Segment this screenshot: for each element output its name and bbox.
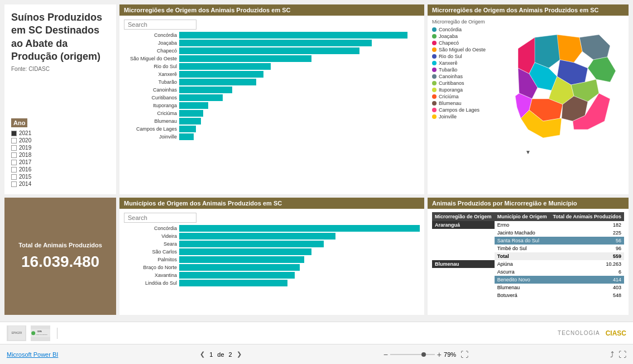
legend-item[interactable]: Rio do Sul	[432, 53, 505, 60]
table-row[interactable]: Total559	[432, 252, 624, 260]
page-prev[interactable]: ❮	[200, 351, 205, 358]
legend-scroll-indicator[interactable]: ▼	[432, 149, 624, 155]
legend-label: Criciúma	[439, 94, 459, 99]
table-row[interactable]: BlumenauApiúna10.263	[432, 260, 624, 268]
year-checkbox[interactable]	[11, 160, 17, 165]
year-item[interactable]: 2015	[11, 173, 109, 180]
legend-item[interactable]: Concórdia	[432, 26, 505, 33]
bar-row[interactable]: Lindóia do Sul	[124, 280, 420, 286]
bar-row[interactable]: São Carlos	[124, 248, 420, 255]
bar-row[interactable]: Chapecó	[124, 47, 420, 54]
bar-row[interactable]: Criciúma	[124, 110, 420, 117]
table-row[interactable]: AraranguáErmo182	[432, 221, 624, 229]
share-icon[interactable]: ⤴	[610, 350, 614, 359]
total-value: 16.039.480	[21, 253, 99, 271]
table-row[interactable]: Timbé do Sul96	[432, 245, 624, 252]
bar-label: Videira	[124, 233, 177, 239]
page-next[interactable]: ❯	[237, 351, 242, 358]
bar-row[interactable]: Joinville	[124, 133, 420, 140]
zoom-out-button[interactable]: −	[383, 350, 388, 359]
legend-item[interactable]: Blumenau	[432, 100, 505, 107]
bar-row[interactable]: Rio do Sul	[124, 63, 420, 70]
year-checkbox[interactable]	[11, 131, 17, 136]
bar-fill	[179, 133, 194, 140]
legend-item[interactable]: Ituporanga	[432, 87, 505, 93]
year-item[interactable]: 2021	[11, 130, 109, 137]
bar-row[interactable]: Ituporanga	[124, 102, 420, 109]
legend-dot	[432, 81, 437, 85]
year-label: 2017	[19, 159, 31, 165]
year-checkbox[interactable]	[11, 167, 17, 173]
year-checkbox[interactable]	[11, 145, 17, 151]
footer-icons: ⤴ ⛶	[610, 350, 626, 359]
col-header-region: Microrregião de Origem	[432, 212, 495, 221]
table-row[interactable]: Santa Rosa do Sul56	[432, 237, 624, 245]
zoom-slider-track[interactable]	[390, 351, 435, 358]
cell-region	[432, 276, 495, 284]
table-panel: Animais Produzidos por Microrregião e Mu…	[428, 198, 629, 315]
legend-item[interactable]: Canoinhas	[432, 73, 505, 80]
powerbi-bar: Microsoft Power BI ❮ 1 de 2 ❯ − + 79% ⛶ …	[0, 344, 633, 364]
year-checkbox[interactable]	[11, 181, 17, 187]
bar-row[interactable]: Campos de Lages	[124, 126, 420, 132]
legend-item[interactable]: Curitibanos	[432, 80, 505, 87]
fit-screen-icon[interactable]: ⛶	[461, 350, 468, 359]
legend-item[interactable]: Joaçaba	[432, 33, 505, 40]
bar-row[interactable]: Palmitos	[124, 256, 420, 263]
bar-row[interactable]: Concórdia	[124, 225, 420, 232]
table-row[interactable]: Botuverá548	[432, 291, 624, 299]
bar-row[interactable]: Braço do Norte	[124, 264, 420, 271]
bar-row[interactable]: Joaçaba	[124, 40, 420, 46]
footer-divider	[57, 328, 57, 339]
cell-region	[432, 237, 495, 245]
year-item[interactable]: 2020	[11, 137, 109, 144]
legend-item[interactable]: Xanxerê	[432, 60, 505, 66]
year-checkbox[interactable]	[11, 152, 17, 158]
year-checkbox[interactable]	[11, 174, 17, 180]
bar-row[interactable]: Seara	[124, 241, 420, 247]
legend-item[interactable]: Tubarão	[432, 66, 505, 73]
logo-epagri: EPAGRI	[7, 325, 26, 341]
table-row[interactable]: Jacinto Machado225	[432, 229, 624, 237]
bar-label: Palmitos	[124, 257, 177, 262]
bar-row[interactable]: São Miguel do Oeste	[124, 55, 420, 62]
bar-row[interactable]: Canoinhas	[124, 87, 420, 93]
bar-fill	[179, 225, 420, 232]
bar-fill	[179, 32, 407, 39]
year-label: 2014	[19, 181, 31, 187]
bottom-search-input[interactable]	[124, 213, 196, 223]
legend-item[interactable]: Joinville	[432, 113, 505, 120]
bar-row[interactable]: Videira	[124, 233, 420, 240]
year-item[interactable]: 2019	[11, 144, 109, 151]
fullscreen-icon[interactable]: ⛶	[618, 350, 626, 359]
footer-logos: EPAGRI CEPA Centro de Pesquisa	[7, 325, 60, 341]
year-item[interactable]: 2016	[11, 166, 109, 173]
powerbi-link[interactable]: Microsoft Power BI	[7, 351, 58, 358]
legend-item[interactable]: São Miguel do Oeste	[432, 46, 505, 53]
table-row[interactable]: Benedito Novo414	[432, 276, 624, 284]
year-checkbox[interactable]	[11, 138, 17, 143]
legend-item[interactable]: Campos de Lages	[432, 107, 505, 113]
svg-point-22	[421, 352, 426, 357]
cell-total: 548	[550, 291, 624, 299]
top-search-input[interactable]	[124, 20, 196, 30]
bar-row[interactable]: Curitibanos	[124, 94, 420, 101]
year-item[interactable]: 2018	[11, 151, 109, 159]
table-row[interactable]: Blumenau403	[432, 284, 624, 291]
legend-item[interactable]: Criciúma	[432, 93, 505, 100]
bar-row[interactable]: Concórdia	[124, 32, 420, 39]
cell-city: Apiúna	[495, 260, 550, 268]
year-item[interactable]: 2014	[11, 180, 109, 188]
bar-row[interactable]: Blumenau	[124, 118, 420, 124]
bar-row[interactable]: Xavantina	[124, 272, 420, 279]
zoom-in-button[interactable]: +	[437, 350, 442, 359]
bar-row[interactable]: Tubarão	[124, 79, 420, 85]
year-item[interactable]: 2017	[11, 159, 109, 166]
legend-item[interactable]: Chapecó	[432, 40, 505, 46]
bar-label: Rio do Sul	[124, 64, 177, 69]
bar-row[interactable]: Xanxerê	[124, 71, 420, 78]
map-container[interactable]	[509, 26, 624, 149]
bar-fill	[179, 272, 295, 279]
table-row[interactable]: Ascurra6	[432, 268, 624, 276]
bar-fill	[179, 71, 263, 78]
